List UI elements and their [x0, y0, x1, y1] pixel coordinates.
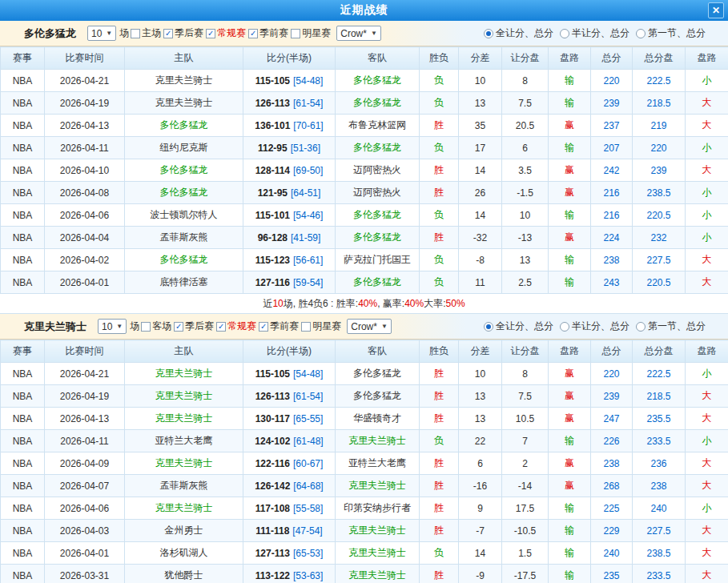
big-small-cell: 小: [686, 363, 728, 385]
radio-circle[interactable]: [484, 322, 493, 332]
final-score: 96-128: [258, 232, 288, 243]
result-cell: 胜: [420, 520, 459, 542]
checkbox-box[interactable]: [131, 29, 140, 38]
summary-segment: 50%: [446, 298, 465, 309]
total-cell: 216: [591, 204, 633, 227]
filter-radio[interactable]: 全让分、总分: [484, 320, 553, 333]
filter-radio[interactable]: 半让分、总分: [560, 320, 629, 333]
away-team-cell: 克里夫兰骑士: [336, 475, 420, 497]
filter-checkbox[interactable]: 明星赛: [301, 320, 341, 333]
filter-checkbox[interactable]: ✓季前赛: [259, 320, 299, 333]
handicap-cell: 7.5: [502, 92, 549, 115]
league-cell: NBA: [1, 227, 45, 249]
home-team-cell: 克里夫兰骑士: [125, 70, 243, 92]
final-score: 115-123: [255, 255, 290, 266]
radio-circle[interactable]: [484, 29, 493, 38]
handicap-cell: 8: [502, 363, 549, 385]
total-cell: 224: [591, 227, 633, 249]
diff-cell: 10: [459, 70, 502, 92]
checkbox-box[interactable]: [301, 322, 311, 332]
column-header: 赛事: [1, 340, 45, 363]
column-header: 比赛时间: [45, 47, 125, 70]
handicap-result-cell: 赢: [549, 182, 591, 204]
checkbox-box[interactable]: [291, 29, 300, 38]
handicap-result-cell: 赢: [549, 227, 591, 249]
crow-select[interactable]: Crow* ▼: [347, 319, 392, 334]
date-cell: 2026-04-11: [45, 137, 125, 159]
filter-checkbox[interactable]: ✓季前赛: [248, 26, 288, 40]
half-score: [61-54]: [293, 98, 323, 109]
handicap-result-cell: 输: [549, 497, 591, 520]
match-row: NBA2026-04-11纽约尼克斯112-95[51-36]多伦多猛龙负176…: [1, 137, 728, 159]
big-small-cell: 大: [686, 159, 728, 182]
home-team-cell: 波士顿凯尔特人: [125, 204, 243, 227]
checkbox-box[interactable]: ✓: [259, 322, 268, 332]
league-cell: NBA: [1, 70, 45, 92]
column-header: 盘路: [549, 340, 591, 363]
total-line-cell: 218.5: [633, 385, 686, 408]
filter-checkbox[interactable]: 明星赛: [291, 26, 331, 40]
filter-radio[interactable]: 全让分、总分: [484, 26, 553, 40]
half-score: [51-36]: [291, 143, 320, 154]
radio-circle[interactable]: [636, 29, 646, 38]
column-header: 主队: [125, 47, 243, 70]
league-cell: NBA: [1, 565, 45, 583]
diff-cell: 35: [459, 115, 502, 137]
column-header: 总分: [591, 47, 633, 70]
column-header: 客队: [336, 47, 420, 70]
match-row: NBA2026-04-03金州勇士111-118[47-54]克里夫兰骑士胜-7…: [1, 520, 728, 542]
game-count-select[interactable]: 10 ▼: [87, 26, 116, 41]
filter-checkbox[interactable]: 客场: [141, 320, 171, 333]
half-score: [55-58]: [293, 503, 323, 514]
close-icon[interactable]: ✕: [708, 2, 724, 18]
filter-checkbox[interactable]: ✓常规赛: [216, 320, 256, 333]
filter-radio[interactable]: 第一节、总分: [636, 26, 706, 40]
handicap-cell: 1.5: [502, 542, 549, 565]
result-cell: 胜: [420, 452, 459, 475]
league-cell: NBA: [1, 249, 45, 271]
score-cell: 128-114[69-50]: [243, 159, 336, 182]
radio-circle[interactable]: [636, 322, 646, 332]
filter-checkbox[interactable]: ✓季后赛: [163, 26, 203, 40]
half-score: [54-48]: [293, 75, 323, 86]
checkbox-box[interactable]: ✓: [174, 322, 183, 332]
match-row: NBA2026-04-21克里夫兰骑士115-105[54-48]多伦多猛龙胜1…: [1, 363, 728, 385]
final-score: 126-142: [255, 480, 290, 492]
table-header-row: 赛事比赛时间主队比分(半场)客队胜负分差让分盘盘路总分总分盘盘路: [1, 340, 728, 363]
game-count-select[interactable]: 10 ▼: [98, 319, 127, 334]
checkbox-box[interactable]: [141, 322, 151, 332]
big-small-cell: 大: [686, 408, 728, 430]
big-small-cell: 大: [686, 542, 728, 565]
filter-checkbox[interactable]: ✓季后赛: [174, 320, 214, 333]
match-row: NBA2026-04-09克里夫兰骑士122-116[60-67]亚特兰大老鹰胜…: [1, 452, 728, 475]
final-score: 122-116: [255, 458, 290, 469]
date-cell: 2026-04-01: [45, 542, 125, 565]
home-team-cell: 多伦多猛龙: [125, 159, 243, 182]
crow-select[interactable]: Crow* ▼: [336, 26, 381, 41]
filter-radio[interactable]: 第一节、总分: [636, 320, 706, 333]
total-cell: 225: [591, 497, 633, 520]
checkbox-box[interactable]: ✓: [216, 322, 226, 332]
checkbox-label: 明星赛: [302, 26, 331, 40]
radio-circle[interactable]: [560, 322, 569, 332]
filter-checkbox[interactable]: 主场: [131, 26, 161, 40]
home-team-cell: 多伦多猛龙: [125, 182, 243, 204]
column-header: 分差: [459, 340, 502, 363]
checkbox-box[interactable]: ✓: [206, 29, 215, 38]
filter-radio[interactable]: 半让分、总分: [560, 26, 629, 40]
handicap-result-cell: 赢: [549, 475, 591, 497]
result-cell: 负: [420, 430, 459, 452]
handicap-cell: 2.5: [502, 271, 549, 294]
score-cell: 115-105[54-48]: [243, 363, 336, 385]
radio-circle[interactable]: [560, 29, 569, 38]
total-line-cell: 235.5: [633, 408, 686, 430]
away-team-cell: 克里夫兰骑士: [336, 565, 420, 583]
diff-cell: -16: [459, 475, 502, 497]
match-row: NBA2026-04-06克里夫兰骑士117-108[55-58]印第安纳步行者…: [1, 497, 728, 520]
total-line-cell: 239: [633, 159, 686, 182]
checkbox-box[interactable]: ✓: [248, 29, 258, 38]
date-cell: 2026-04-09: [45, 452, 125, 475]
checkbox-box[interactable]: ✓: [163, 29, 173, 38]
table-body: NBA2026-04-21克里夫兰骑士115-105[54-48]多伦多猛龙胜1…: [1, 363, 728, 583]
filter-checkbox[interactable]: ✓常规赛: [206, 26, 246, 40]
